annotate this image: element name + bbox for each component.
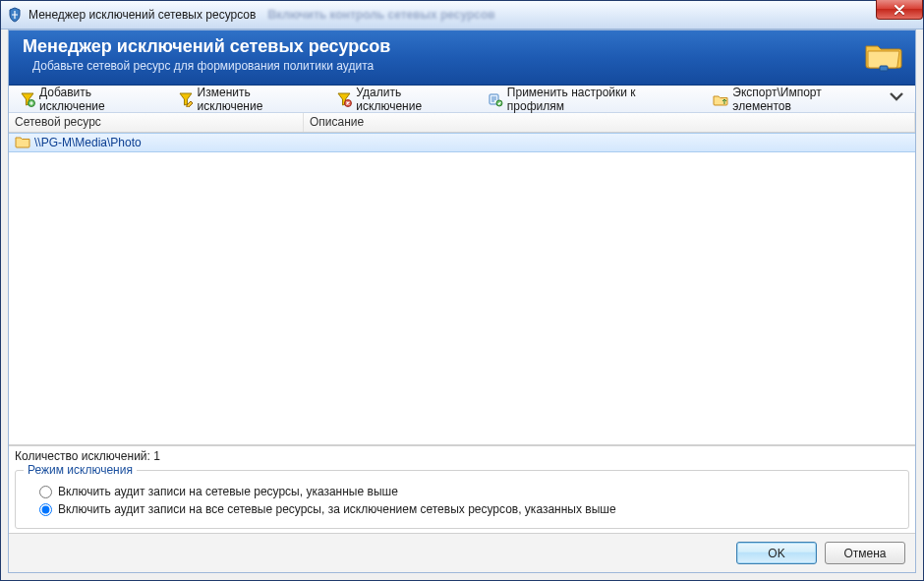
dialog-footer: OK Отмена [9,533,915,572]
radio-option-1[interactable]: Включить аудит записи на сетевые ресурсы… [39,485,900,498]
titlebar[interactable]: Менеджер исключений сетевых ресурсов Вкл… [1,1,923,29]
apply-to-profiles-button[interactable]: Применить настройки к профилям [481,82,703,117]
grid-header: Сетевой ресурс Описание [9,113,915,133]
table-row[interactable]: \\PG-M\Media\Photo [9,133,915,152]
radio-label-2: Включить аудит записи на все сетевые рес… [58,502,616,516]
secondary-blurred-title: Включить контроль сетевых ресурсов [267,8,494,22]
header-banner: Менеджер исключений сетевых ресурсов Доб… [9,30,915,86]
cancel-button[interactable]: Отмена [825,542,905,564]
folder-icon [15,135,30,151]
column-description[interactable]: Описание [304,113,915,132]
radio-option-2[interactable]: Включить аудит записи на все сетевые рес… [39,502,900,516]
funnel-delete-icon [336,91,352,107]
delete-exclusion-button[interactable]: Удалить исключение [329,82,476,117]
radio-input-2[interactable] [39,503,52,516]
cell-resource: \\PG-M\Media\Photo [9,135,304,151]
page-subtitle: Добавьте сетевой ресурс для формирования… [23,59,901,73]
funnel-edit-icon [178,91,194,107]
svg-rect-0 [880,66,888,71]
window-controls [876,0,923,20]
toolbar-label: Удалить исключение [356,86,470,113]
chevron-down-icon [889,89,904,108]
window-title: Менеджер исключений сетевых ресурсов [29,8,256,22]
toolbar-label: Изменить исключение [198,86,319,113]
add-exclusion-button[interactable]: Добавить исключение [13,82,167,117]
page-title: Менеджер исключений сетевых ресурсов [23,36,901,57]
ok-label: OK [768,547,784,560]
export-import-dropdown[interactable]: Экспорт\Импорт элементов [706,82,911,117]
toolbar-label: Применить настройки к профилям [507,86,696,113]
ok-button[interactable]: OK [736,542,817,564]
app-icon [7,7,23,23]
cancel-label: Отмена [843,547,886,560]
exclusion-count: Количество исключений: 1 [9,445,915,466]
edit-exclusion-button[interactable]: Изменить исключение [171,82,326,117]
apply-icon [488,91,503,107]
column-resource[interactable]: Сетевой ресурс [9,113,304,132]
toolbar-label: Экспорт\Импорт элементов [732,86,883,113]
close-button[interactable] [876,0,923,20]
client-area: Менеджер исключений сетевых ресурсов Доб… [8,29,916,573]
grid-body[interactable]: \\PG-M\Media\Photo [9,133,915,445]
radio-label-1: Включить аудит записи на сетевые ресурсы… [58,485,398,498]
window-frame: Менеджер исключений сетевых ресурсов Вкл… [0,0,924,581]
close-icon [894,5,905,15]
radio-input-1[interactable] [39,486,52,498]
toolbar-label: Добавить исключение [39,86,160,113]
funnel-add-icon [20,91,35,107]
folder-share-icon [713,91,728,107]
exclusion-mode-group: Режим исключения Включить аудит записи н… [15,470,909,529]
group-legend: Режим исключения [24,463,137,477]
cell-resource-text: \\PG-M\Media\Photo [34,136,142,149]
toolbar: Добавить исключение Изменить исключение … [9,86,915,113]
banner-folder-icon [864,38,903,75]
